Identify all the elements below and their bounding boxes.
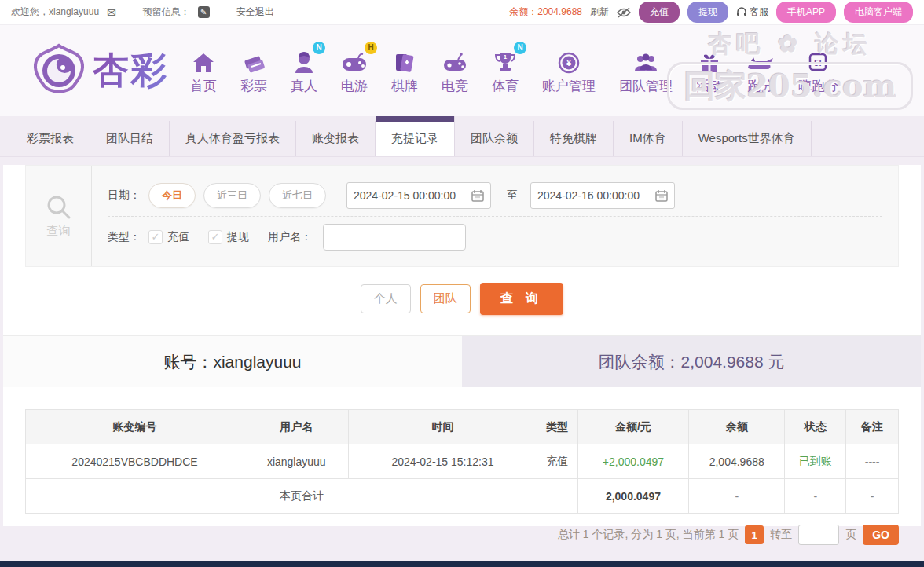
- filter-panel: 查询 日期： 今日 近三日 近七日 2024-02-15 00:00:00 至 …: [25, 165, 899, 267]
- tab-team-daily[interactable]: 团队日结: [90, 121, 170, 156]
- personal-toggle-button[interactable]: 个人: [361, 284, 411, 313]
- deposit-button[interactable]: 充值: [639, 2, 680, 23]
- nav-item-live[interactable]: N 真人: [291, 47, 317, 95]
- message-envelope-icon[interactable]: ✉: [107, 6, 116, 19]
- nav-item-esports[interactable]: 电竞: [442, 47, 468, 95]
- tab-lottery-report[interactable]: 彩票报表: [11, 121, 90, 156]
- brand-logo[interactable]: 杏彩: [30, 42, 168, 100]
- calendar-icon: [655, 189, 668, 202]
- new-badge: N: [313, 42, 325, 54]
- action-buttons-row: 个人 团队 查 询: [3, 283, 921, 315]
- nav-item-paofen[interactable]: 跑分: [746, 47, 775, 95]
- cell-type: 充值: [537, 444, 578, 479]
- goto-page-input[interactable]: [798, 525, 839, 545]
- records-table: 账变编号 用户名 时间 类型 金额/元 余额 状态 备注 20240215VBC…: [25, 409, 899, 514]
- site-header: 杏彩 首页 彩票 N 真人 H 电游 棋牌 电竞 1N 体育: [0, 25, 924, 116]
- hi-run-icon: 5!: [808, 47, 830, 74]
- deposit-checkbox[interactable]: ✓: [148, 230, 163, 244]
- nav-item-promo[interactable]: 活动: [696, 47, 723, 95]
- team-toggle-button[interactable]: 团队: [420, 284, 471, 313]
- query-button[interactable]: 查 询: [480, 283, 563, 315]
- nav-item-hi-paofen[interactable]: 5! 嗨跑分: [798, 47, 838, 95]
- welcome-text: 欢迎您，xianglayuuu: [11, 5, 99, 19]
- withdraw-checkbox-wrap[interactable]: ✓ 提现: [208, 230, 249, 244]
- mobile-app-button[interactable]: 手机APP: [776, 2, 836, 23]
- nav-item-cards[interactable]: 棋牌: [391, 47, 418, 95]
- tab-deposit-withdraw-records[interactable]: 充提记录: [376, 116, 455, 156]
- nav-item-account[interactable]: ¥ 账户管理: [542, 47, 596, 95]
- cell-amount: +2,000.0497: [578, 444, 688, 479]
- nav-item-sports[interactable]: 1N 体育: [492, 47, 519, 95]
- total-remark: -: [846, 479, 899, 514]
- rhino-icon: [746, 47, 775, 74]
- tab-live-sports-pl[interactable]: 真人体育盈亏报表: [170, 121, 296, 156]
- username-input[interactable]: [323, 224, 466, 251]
- account-summary-band: 账号：xianglayuuu 团队余额：2,004.9688 元: [3, 335, 921, 387]
- playing-cards-icon: [394, 47, 416, 74]
- tab-im-sports[interactable]: IM体育: [614, 121, 683, 156]
- table-header-row: 账变编号 用户名 时间 类型 金额/元 余额 状态 备注: [26, 410, 899, 444]
- customer-service-link[interactable]: 客服: [736, 5, 768, 19]
- go-button[interactable]: GO: [863, 525, 899, 545]
- balance-value: 2004.9688: [537, 6, 582, 17]
- nav-item-team[interactable]: 团队管理: [619, 47, 673, 95]
- yuan-coin-icon: ¥: [557, 47, 581, 74]
- type-filter-row: 类型： ✓ 充值 ✓ 提现 用户名：: [108, 216, 882, 257]
- date-label: 日期：: [108, 188, 141, 203]
- tab-team-balance[interactable]: 团队余额: [455, 121, 534, 156]
- username-label: 用户名：: [268, 230, 312, 244]
- cell-change-id: 20240215VBCBDDHDCE: [26, 444, 244, 479]
- svg-text:1: 1: [504, 53, 508, 60]
- current-page-button[interactable]: 1: [745, 525, 764, 544]
- tab-temian-cards[interactable]: 特免棋牌: [534, 121, 614, 156]
- table-row: 20240215VBCBDDHDCE xianglayuuu 2024-02-1…: [26, 444, 899, 479]
- nav-item-lottery[interactable]: 彩票: [240, 47, 267, 95]
- quick-today-button[interactable]: 今日: [148, 183, 196, 208]
- headset-icon: [736, 7, 747, 17]
- team-people-icon: [633, 47, 658, 74]
- esports-controller-icon: [442, 47, 468, 74]
- type-label: 类型：: [108, 230, 141, 244]
- header-status: 状态: [785, 410, 846, 444]
- quick-3days-button[interactable]: 近三日: [204, 183, 261, 208]
- tab-account-change[interactable]: 账变报表: [296, 121, 376, 156]
- account-number: 账号：xianglayuuu: [3, 336, 462, 387]
- live-dealer-icon: N: [292, 47, 316, 74]
- refresh-link[interactable]: 刷新: [590, 5, 609, 19]
- edit-pencil-icon[interactable]: ✎: [198, 6, 210, 18]
- withdraw-checkbox[interactable]: ✓: [208, 230, 222, 244]
- withdraw-button[interactable]: 提现: [688, 2, 728, 23]
- total-amount: 2,000.0497: [578, 479, 688, 514]
- team-balance: 团队余额：2,004.9688 元: [462, 336, 921, 387]
- home-icon: [192, 47, 215, 74]
- eye-off-icon[interactable]: [617, 7, 631, 18]
- reserved-info-label: 预留信息：: [143, 5, 190, 19]
- query-side-label: 查询: [26, 166, 92, 266]
- nav-item-slots[interactable]: H 电游: [341, 47, 368, 95]
- cell-status: 已到账: [785, 444, 846, 479]
- deposit-checkbox-wrap[interactable]: ✓ 充值: [148, 230, 189, 244]
- logout-link[interactable]: 安全退出: [236, 5, 274, 19]
- cell-balance: 2,004.9688: [689, 444, 785, 479]
- date-to-input[interactable]: 2024-02-16 00:00:00: [530, 182, 675, 209]
- date-from-input[interactable]: 2024-02-15 00:00:00: [346, 182, 491, 209]
- new-badge: N: [514, 42, 526, 54]
- header-balance: 余额: [689, 410, 785, 444]
- lotus-logo-icon: [30, 42, 88, 100]
- pc-client-button[interactable]: 电脑客户端: [844, 2, 913, 23]
- hot-badge: H: [365, 42, 377, 54]
- main-nav: 首页 彩票 N 真人 H 电游 棋牌 电竞 1N 体育 ¥ 账户管理: [190, 47, 838, 95]
- total-balance: -: [689, 479, 785, 514]
- header-username: 用户名: [244, 410, 349, 444]
- cell-username: xianglayuuu: [244, 444, 349, 479]
- cell-time: 2024-02-15 15:12:31: [349, 444, 537, 479]
- tab-wesports[interactable]: Wesports世界体育: [683, 121, 812, 156]
- nav-item-home[interactable]: 首页: [190, 47, 217, 95]
- svg-text:5!: 5!: [814, 58, 822, 68]
- search-icon: [46, 194, 72, 221]
- quick-7days-button[interactable]: 近七日: [269, 183, 326, 208]
- to-label: 至: [507, 188, 518, 203]
- page-unit-label: 页: [845, 528, 856, 542]
- gift-icon: [698, 47, 720, 74]
- header-type: 类型: [537, 410, 578, 444]
